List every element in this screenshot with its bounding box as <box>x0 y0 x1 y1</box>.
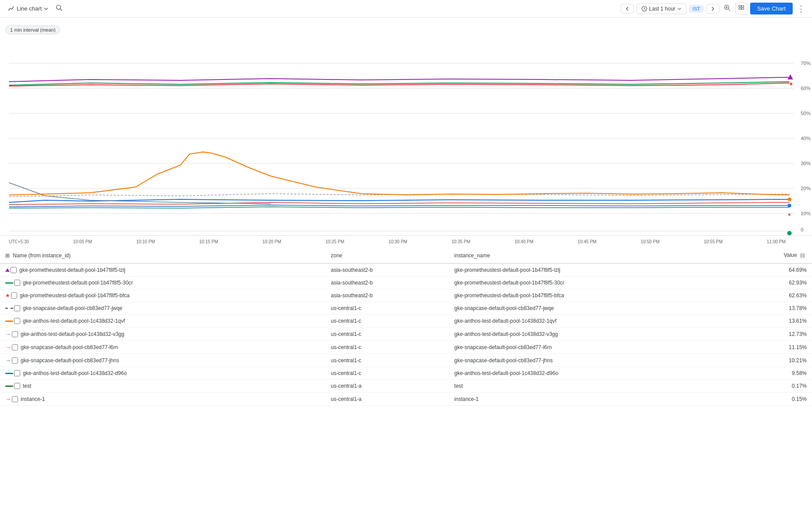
table-row: → gke-snapcase-default-pool-cb83ed77-jhn… <box>0 354 812 367</box>
row-name: test <box>23 383 31 389</box>
table-row: gke-snapcase-default-pool-cb83ed77-jwqe … <box>0 302 812 315</box>
star-indicator: ★ <box>5 292 10 299</box>
col-header-zone: zone <box>326 248 449 263</box>
line-green-indicator <box>5 386 13 387</box>
svg-text:50%: 50% <box>801 111 811 116</box>
instance-cell: gke-snapcase-default-pool-cb83ed77-l6rn <box>449 341 733 354</box>
time-label-1050: 10:50 PM <box>641 239 660 244</box>
row-name: gke-prometheustest-default-pool-1b47f8f5… <box>20 292 129 299</box>
chevron-right-icon <box>710 6 715 11</box>
timezone-badge[interactable]: IST <box>689 5 704 13</box>
zone-cell: us-central1-c <box>326 341 449 354</box>
row-name: gke-anthos-test-default-pool-1c438d32-1q… <box>23 318 125 324</box>
svg-text:★: ★ <box>788 212 792 217</box>
zone-cell: asia-southeast2-b <box>326 263 449 277</box>
value-cell: 10.21% <box>733 354 812 367</box>
table-row: gke-anthos-test-default-pool-1c438d32-1q… <box>0 315 812 328</box>
value-cell: 64.69% <box>733 263 812 277</box>
save-chart-button[interactable]: Save Chart <box>750 3 793 14</box>
time-label-1040: 10:40 PM <box>514 239 533 244</box>
expand-button[interactable] <box>735 3 747 14</box>
table-row: gke-prometheustest-default-pool-1b47f8f5… <box>0 277 812 289</box>
zone-cell: asia-southeast2-b <box>326 289 449 302</box>
table-body: gke-prometheustest-default-pool-1b47f8f5… <box>0 263 812 406</box>
data-table-wrapper: ⊞ Name (from instance_id) zone instance_… <box>0 248 812 406</box>
prev-button[interactable] <box>621 4 634 14</box>
table-row: gke-prometheustest-default-pool-1b47f8f5… <box>0 263 812 277</box>
columns-button[interactable]: ⊟ <box>798 251 807 260</box>
row-checkbox[interactable] <box>14 383 20 389</box>
svg-point-29 <box>787 231 791 235</box>
time-label-1005: 10:05 PM <box>73 239 92 244</box>
table-row: → instance-1 us-central1-a instance-1 0.… <box>0 393 812 406</box>
chevron-down-icon <box>43 6 49 11</box>
chevron-left-icon <box>625 6 630 11</box>
time-label-1035: 10:35 PM <box>452 239 471 244</box>
line-chart-icon <box>8 5 15 12</box>
row-name: instance-1 <box>21 396 45 402</box>
line-green-indicator <box>5 373 13 374</box>
search-icon <box>56 4 63 11</box>
arrow-indicator: → <box>5 344 11 350</box>
instance-cell: test <box>449 380 733 393</box>
interval-badge: 1 min interval (mean) <box>5 25 60 34</box>
chevron-down-icon-time <box>677 7 682 11</box>
row-checkbox[interactable] <box>14 305 20 311</box>
zone-cell: us-central1-a <box>326 380 449 393</box>
row-checkbox[interactable] <box>14 370 20 376</box>
row-name: gke-prometheustest-default-pool-1b47f8f5… <box>19 267 125 273</box>
time-label-1015: 10:15 PM <box>199 239 218 244</box>
value-cell: 13.61% <box>733 315 812 328</box>
row-checkbox[interactable] <box>11 292 17 299</box>
table-header: ⊞ Name (from instance_id) zone instance_… <box>0 248 812 263</box>
row-checkbox[interactable] <box>12 357 18 364</box>
svg-text:10%: 10% <box>801 211 811 216</box>
time-label-start: UTC+5:30 <box>9 239 29 244</box>
arrow-indicator: → <box>5 331 11 337</box>
row-name: gke-prometheustest-default-pool-1b47f8f5… <box>23 280 133 286</box>
time-label-1025: 10:25 PM <box>325 239 344 244</box>
row-checkbox[interactable] <box>12 331 18 337</box>
chart-svg-wrapper: 70% 60% 50% 40% 30% 20% 10% 0 ★ <box>0 38 812 235</box>
triangle-indicator <box>5 268 10 272</box>
table-row: gke-anthos-test-default-pool-1c438d32-d9… <box>0 367 812 380</box>
data-table: ⊞ Name (from instance_id) zone instance_… <box>0 248 812 406</box>
name-cell: → instance-1 <box>0 393 326 406</box>
clock-icon <box>641 6 647 12</box>
line-chart-svg[interactable]: 70% 60% 50% 40% 30% 20% 10% 0 ★ <box>0 38 812 235</box>
value-cell: 0.15% <box>733 393 812 406</box>
chart-type-button[interactable]: Line chart <box>5 4 51 14</box>
line-indicator <box>5 282 13 284</box>
row-checkbox[interactable] <box>14 280 20 286</box>
more-options-button[interactable]: ⋮ <box>795 2 807 15</box>
name-cell: gke-anthos-test-default-pool-1c438d32-d9… <box>0 367 326 380</box>
row-checkbox[interactable] <box>12 344 18 350</box>
svg-text:★: ★ <box>789 81 794 87</box>
row-checkbox[interactable] <box>12 396 18 402</box>
svg-line-1 <box>60 9 62 11</box>
svg-rect-9 <box>739 8 741 10</box>
row-checkbox[interactable] <box>14 318 20 324</box>
row-checkbox[interactable] <box>11 267 17 273</box>
time-label-1055: 10:55 PM <box>704 239 722 244</box>
name-cell: → gke-anthos-test-default-pool-1c438d32-… <box>0 328 326 341</box>
arrow-indicator: → <box>5 357 11 364</box>
zone-cell: asia-southeast2-b <box>326 277 449 289</box>
svg-text:40%: 40% <box>801 136 811 141</box>
value-cell: 12.73% <box>733 328 812 341</box>
dash-indicator <box>5 308 13 309</box>
zoom-button[interactable] <box>722 3 733 14</box>
arrow-indicator: → <box>5 396 11 402</box>
next-button[interactable] <box>706 4 719 14</box>
zone-cell: us-central1-a <box>326 393 449 406</box>
value-cell: 9.58% <box>733 367 812 380</box>
table-row: → gke-snapcase-default-pool-cb83ed77-l6r… <box>0 341 812 354</box>
time-range-label: Last 1 hour <box>649 6 675 12</box>
search-button[interactable] <box>54 3 65 14</box>
zoom-icon <box>724 4 731 11</box>
time-range-button[interactable]: Last 1 hour <box>636 4 686 14</box>
value-cell: 0.17% <box>733 380 812 393</box>
col-header-value: Value ⊟ <box>733 248 812 263</box>
time-label-1100: 11:00 PM <box>767 239 786 244</box>
instance-cell: gke-anthos-test-default-pool-1c438d32-v3… <box>449 328 733 341</box>
